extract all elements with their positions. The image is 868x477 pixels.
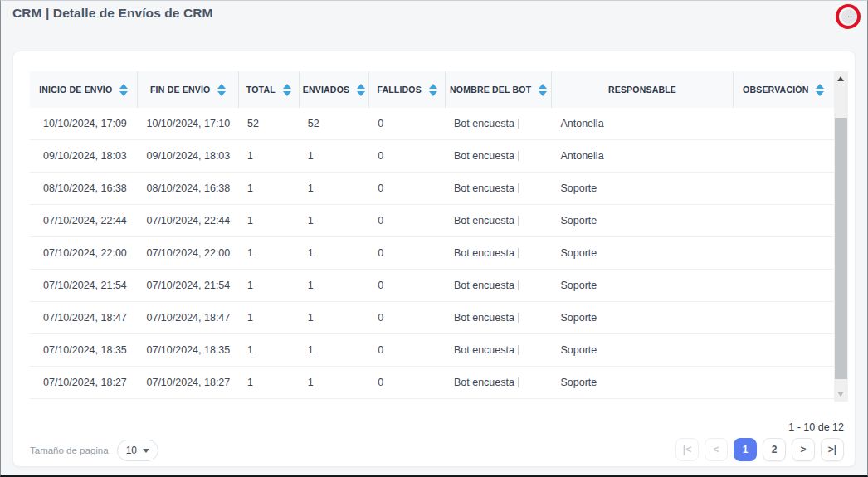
cell-text: 52 — [247, 118, 259, 129]
prev-page-button[interactable]: < — [705, 438, 728, 461]
next-page-button[interactable]: > — [792, 438, 815, 461]
cell-text: Bot encuesta — [454, 312, 519, 324]
vertical-scrollbar[interactable] — [834, 71, 848, 402]
cell-text: Bot encuesta — [454, 215, 519, 226]
cell-text: 0 — [378, 377, 383, 388]
sort-icon — [217, 84, 226, 96]
cell-text: Bot encuesta — [454, 150, 519, 162]
cell-text: 0 — [378, 118, 383, 129]
cell-text: 08/10/2024, 16:38 — [146, 183, 230, 194]
cell-fallidos: 0 — [369, 237, 446, 269]
scrollbar-thumb[interactable] — [835, 118, 847, 379]
column-label: INICIO DE ENVÍO — [39, 85, 112, 95]
column-header-fin-de-envio[interactable]: FIN DE ENVÍO — [138, 71, 239, 108]
sort-icon — [816, 84, 824, 96]
cell-inicio-de-envio: 07/10/2024, 18:27 — [30, 367, 138, 398]
cell-fin-de-envio: 07/10/2024, 18:35 — [138, 334, 239, 366]
cell-enviados: 1 — [300, 237, 370, 269]
cell-text: Bot encuesta — [454, 344, 519, 356]
cell-text: 1 — [308, 312, 314, 324]
cell-text: 07/10/2024, 22:00 — [43, 247, 127, 259]
page-button-1[interactable]: 1 — [734, 438, 757, 461]
page-number-buttons: 12 — [734, 438, 786, 461]
cell-total: 1 — [239, 334, 300, 366]
cell-text: Soporte — [560, 280, 597, 291]
column-header-total[interactable]: TOTAL — [239, 71, 300, 108]
page-size-value: 10 — [126, 445, 137, 456]
cell-fallidos: 0 — [369, 302, 446, 333]
cell-text: Bot encuesta — [454, 118, 519, 129]
cell-enviados: 1 — [300, 334, 370, 366]
cell-text: Soporte — [560, 344, 597, 356]
cell-text: 0 — [378, 183, 383, 194]
cell-text: Soporte — [560, 312, 597, 324]
cell-text: 07/10/2024, 18:35 — [146, 344, 230, 356]
cell-nombre-del-bot: Bot encuesta — [446, 334, 552, 366]
column-header-fallidos[interactable]: FALLIDOS — [369, 71, 446, 108]
cell-fin-de-envio: 10/10/2024, 17:10 — [138, 108, 239, 139]
cell-fallidos: 0 — [369, 173, 446, 204]
cell-fin-de-envio: 07/10/2024, 22:44 — [138, 205, 239, 236]
cell-enviados: 1 — [300, 367, 370, 398]
cell-fallidos: 0 — [369, 205, 446, 236]
page-background: { "page": { "title": "CRM | Detalle de E… — [0, 0, 868, 477]
cell-fallidos: 0 — [369, 140, 446, 172]
column-header-observacion[interactable]: OBSERVACIÓN — [734, 71, 835, 108]
cell-fallidos: 0 — [369, 108, 446, 139]
page-size-select[interactable]: 10 — [117, 440, 158, 461]
sort-icon — [283, 84, 291, 96]
cell-text: 07/10/2024, 18:27 — [146, 377, 230, 388]
cell-text: Antonella — [560, 150, 603, 162]
cell-text: 07/10/2024, 18:47 — [43, 312, 127, 324]
cell-text: 1 — [247, 344, 253, 356]
cell-text: 07/10/2024, 21:54 — [43, 280, 127, 291]
cell-nombre-del-bot: Bot encuesta — [446, 270, 552, 301]
cell-text: Soporte — [560, 377, 597, 388]
page-button-2[interactable]: 2 — [763, 438, 786, 461]
ellipsis-icon: ••• — [845, 14, 852, 19]
column-header-enviados[interactable]: ENVIADOS — [300, 71, 370, 108]
cell-text: 0 — [378, 344, 383, 356]
table-row: 07/10/2024, 22:0007/10/2024, 22:00110Bot… — [30, 237, 834, 270]
column-label: NOMBRE DEL BOT — [450, 85, 531, 95]
column-header-nombre-del-bot[interactable]: NOMBRE DEL BOT — [446, 71, 552, 108]
cell-responsable: Soporte — [552, 334, 733, 366]
sort-icon — [357, 84, 365, 96]
cell-fallidos: 0 — [369, 367, 446, 398]
cell-inicio-de-envio: 07/10/2024, 18:35 — [30, 334, 138, 366]
cell-total: 1 — [239, 302, 300, 333]
cell-text: 0 — [378, 150, 383, 162]
column-label: TOTAL — [246, 85, 276, 95]
cell-text: 1 — [308, 280, 314, 291]
cell-text: Bot encuesta — [454, 247, 519, 259]
cell-total: 1 — [239, 367, 300, 398]
cell-fin-de-envio: 07/10/2024, 21:54 — [138, 270, 239, 301]
cell-enviados: 1 — [300, 270, 370, 301]
cell-responsable: Antonella — [552, 108, 733, 139]
cell-text: 07/10/2024, 22:44 — [43, 215, 127, 226]
cell-text: 1 — [308, 344, 314, 356]
cell-inicio-de-envio: 09/10/2024, 18:03 — [30, 140, 138, 172]
cell-text: 0 — [378, 312, 383, 324]
cell-enviados: 1 — [300, 173, 370, 204]
cell-fin-de-envio: 07/10/2024, 18:47 — [138, 302, 239, 333]
table-header-row: INICIO DE ENVÍOFIN DE ENVÍOTOTALENVIADOS… — [30, 71, 834, 108]
cell-text: 52 — [308, 118, 319, 129]
cell-inicio-de-envio: 07/10/2024, 22:00 — [30, 237, 138, 269]
last-page-button[interactable]: >| — [821, 438, 844, 461]
page-title: CRM | Detalle de Envíos de CRM — [12, 6, 213, 21]
cell-fallidos: 0 — [369, 270, 446, 301]
cell-responsable: Soporte — [552, 237, 733, 269]
cell-inicio-de-envio: 07/10/2024, 22:44 — [30, 205, 138, 236]
page-size-control: Tamaño de pagina 10 — [30, 440, 158, 461]
cell-inicio-de-envio: 07/10/2024, 18:47 — [30, 302, 138, 333]
scroll-up-icon[interactable] — [837, 76, 844, 81]
cell-text: 08/10/2024, 16:38 — [43, 183, 127, 194]
cell-text: 07/10/2024, 22:00 — [146, 247, 230, 259]
table-row: 07/10/2024, 18:3507/10/2024, 18:35110Bot… — [30, 334, 834, 367]
column-header-inicio-de-envio[interactable]: INICIO DE ENVÍO — [30, 71, 138, 108]
scroll-down-icon[interactable] — [837, 392, 844, 397]
cell-text: 1 — [247, 215, 253, 226]
first-page-button[interactable]: |< — [675, 438, 699, 461]
menu-button[interactable]: ••• — [841, 9, 856, 24]
